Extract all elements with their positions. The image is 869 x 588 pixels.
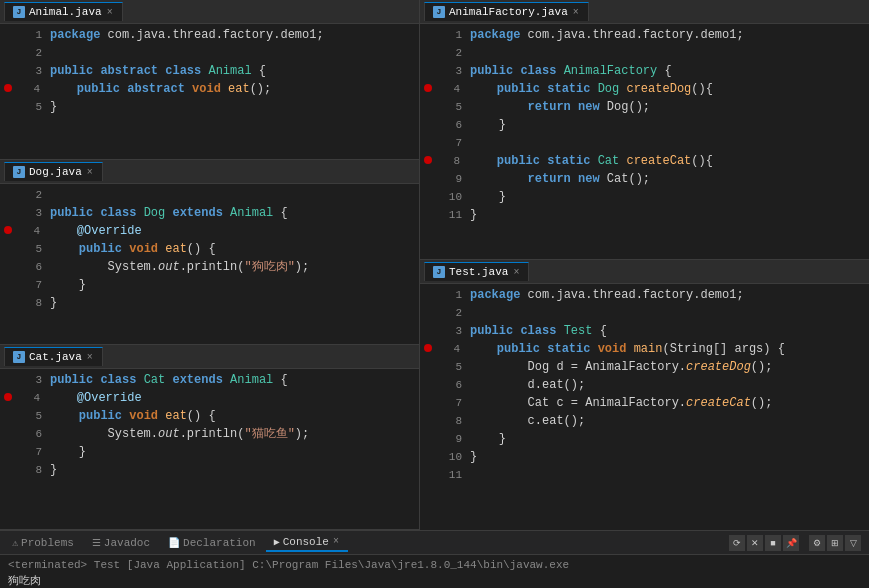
problems-tab[interactable]: ⚠ Problems xyxy=(4,535,82,551)
animal-factory-tab[interactable]: J AnimalFactory.java × xyxy=(424,2,589,21)
gutter xyxy=(4,103,18,111)
code-line: 6 d.eat(); xyxy=(420,376,869,394)
declaration-tab[interactable]: 📄 Declaration xyxy=(160,535,264,551)
animal-factory-tab-close[interactable]: × xyxy=(572,7,580,18)
gutter xyxy=(424,80,438,98)
code-line: 10 } xyxy=(420,448,869,466)
code-line: 3 public class AnimalFactory { xyxy=(420,62,869,80)
gutter xyxy=(424,139,438,147)
code-line: 5 } xyxy=(0,98,419,116)
dog-tab-bar: J Dog.java × xyxy=(0,160,419,184)
animal-tab-close[interactable]: × xyxy=(106,7,114,18)
line-number: 2 xyxy=(20,44,42,62)
line-number: 4 xyxy=(18,222,40,240)
code-line: 2 xyxy=(0,186,419,204)
console-tab-close[interactable]: × xyxy=(332,536,340,547)
line-content: System.out.println("狗吃肉"); xyxy=(50,258,309,276)
console-content-area: <terminated> Test [Java Application] C:\… xyxy=(0,555,869,588)
gutter xyxy=(4,281,18,289)
breakpoint-dot xyxy=(424,344,432,352)
test-tab[interactable]: J Test.java × xyxy=(424,262,529,281)
gutter xyxy=(424,291,438,299)
gutter xyxy=(424,327,438,335)
cat-tab-close[interactable]: × xyxy=(86,352,94,363)
line-number: 5 xyxy=(20,240,42,258)
line-number: 1 xyxy=(440,286,462,304)
line-number: 6 xyxy=(440,376,462,394)
gutter xyxy=(424,435,438,443)
code-line: 5 Dog d = AnimalFactory.createDog(); xyxy=(420,358,869,376)
line-content: public static Cat createCat(){ xyxy=(468,152,713,170)
line-content: @Override xyxy=(48,389,142,407)
line-content: public static void main(String[] args) { xyxy=(468,340,785,358)
gutter xyxy=(424,175,438,183)
console-scroll-lock-button[interactable]: ⟳ xyxy=(729,535,745,551)
line-content: public class Dog extends Animal { xyxy=(50,204,288,222)
gutter xyxy=(4,376,18,384)
javadoc-tab[interactable]: ☰ Javadoc xyxy=(84,535,158,551)
line-number: 1 xyxy=(20,26,42,44)
test-tab-close[interactable]: × xyxy=(512,267,520,278)
console-layout-button[interactable]: ⊞ xyxy=(827,535,843,551)
line-number: 5 xyxy=(20,98,42,116)
gutter xyxy=(4,31,18,39)
dog-tab-close[interactable]: × xyxy=(86,167,94,178)
problems-icon: ⚠ xyxy=(12,537,18,549)
java-icon: J xyxy=(13,6,25,18)
line-number: 6 xyxy=(20,425,42,443)
test-tab-label: Test.java xyxy=(449,266,508,278)
code-line: 4 @Override xyxy=(0,389,419,407)
gutter xyxy=(4,49,18,57)
console-clear-button[interactable]: ✕ xyxy=(747,535,763,551)
console-stop-button[interactable]: ■ xyxy=(765,535,781,551)
code-line: 7 } xyxy=(0,276,419,294)
code-line: 6 System.out.println("猫吃鱼"); xyxy=(0,425,419,443)
line-number: 7 xyxy=(440,134,462,152)
gutter xyxy=(424,309,438,317)
line-content: public class Test { xyxy=(470,322,607,340)
code-line: 9 } xyxy=(420,430,869,448)
cat-tab-label: Cat.java xyxy=(29,351,82,363)
console-tab[interactable]: ▶ Console × xyxy=(266,534,348,552)
line-number: 6 xyxy=(20,258,42,276)
line-number: 7 xyxy=(20,443,42,461)
gutter xyxy=(424,67,438,75)
console-settings-button[interactable]: ⚙ xyxy=(809,535,825,551)
code-line: 7 } xyxy=(0,443,419,461)
line-number: 2 xyxy=(440,44,462,62)
console-pin-button[interactable]: 📌 xyxy=(783,535,799,551)
line-number: 3 xyxy=(440,322,462,340)
code-line: 6 } xyxy=(420,116,869,134)
line-number: 9 xyxy=(440,430,462,448)
line-number: 3 xyxy=(20,371,42,389)
output-text-1: 狗吃肉 xyxy=(8,575,41,587)
animal-tab[interactable]: J Animal.java × xyxy=(4,2,123,21)
gutter xyxy=(424,31,438,39)
java-icon: J xyxy=(433,6,445,18)
line-content: } xyxy=(470,430,506,448)
cat-pane: J Cat.java × 3 public class Cat extends … xyxy=(0,345,419,530)
console-tab-label: Console xyxy=(283,536,329,548)
line-number: 11 xyxy=(440,206,462,224)
dog-pane: J Dog.java × 2 3 public class Dog extend… xyxy=(0,160,419,345)
javadoc-icon: ☰ xyxy=(92,537,101,549)
code-line: 7 Cat c = AnimalFactory.createCat(); xyxy=(420,394,869,412)
line-number: 11 xyxy=(440,466,462,484)
line-number: 3 xyxy=(20,204,42,222)
gutter xyxy=(424,399,438,407)
code-line: 10 } xyxy=(420,188,869,206)
line-number: 8 xyxy=(440,412,462,430)
line-content: } xyxy=(470,116,506,134)
dog-tab[interactable]: J Dog.java × xyxy=(4,162,103,181)
cat-tab[interactable]: J Cat.java × xyxy=(4,347,103,366)
java-icon: J xyxy=(13,351,25,363)
animal-tab-bar: J Animal.java × xyxy=(0,0,419,24)
animal-factory-tab-bar: J AnimalFactory.java × xyxy=(420,0,869,24)
breakpoint-dot xyxy=(4,393,12,401)
line-content: public abstract void eat(); xyxy=(48,80,271,98)
code-line: 6 System.out.println("狗吃肉"); xyxy=(0,258,419,276)
animal-code-area: 1 package com.java.thread.factory.demo1;… xyxy=(0,24,419,159)
code-line: 3 public class Dog extends Animal { xyxy=(0,204,419,222)
console-menu-button[interactable]: ▽ xyxy=(845,535,861,551)
animal-pane: J Animal.java × 1 package com.java.threa… xyxy=(0,0,419,160)
